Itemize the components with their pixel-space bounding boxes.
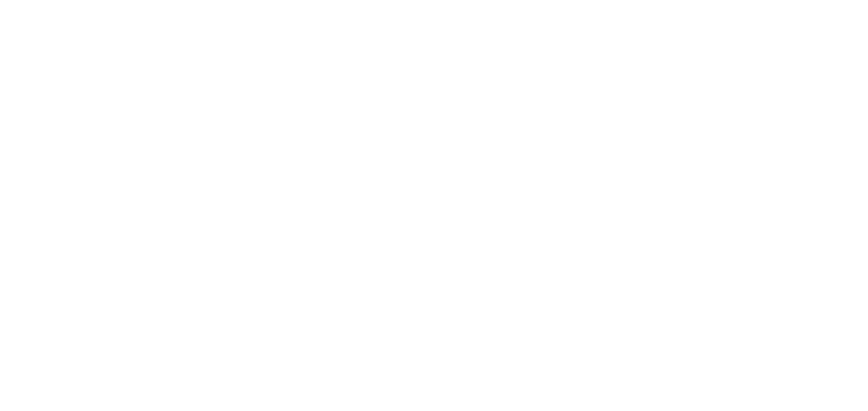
nikkei-futures-chart-30min [650,161,868,380]
jgb-futures-intraday-chart [246,0,487,133]
nikkei-futures-chart-15min [371,161,649,380]
trading-desktop [0,0,868,411]
asia-market-mini-grid [0,0,244,142]
nikkei-futures-chart-5min [0,161,370,380]
jgb-futures-daily-chart [493,0,738,140]
